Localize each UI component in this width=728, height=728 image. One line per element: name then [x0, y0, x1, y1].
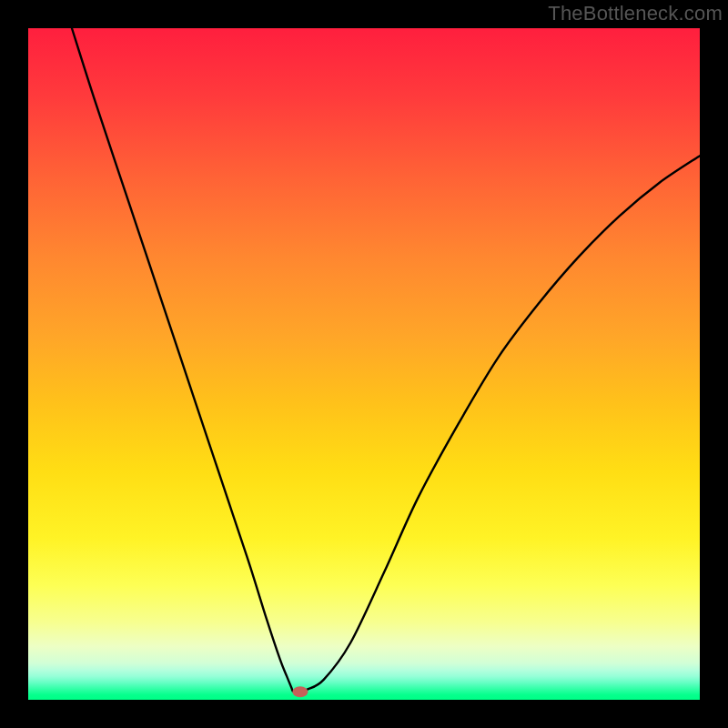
plot-area: [28, 28, 700, 700]
optimum-marker: [292, 686, 308, 697]
curve-line: [72, 28, 700, 693]
bottleneck-chart: [28, 28, 700, 700]
chart-frame: TheBottleneck.com: [0, 0, 728, 728]
watermark-text: TheBottleneck.com: [548, 2, 723, 25]
